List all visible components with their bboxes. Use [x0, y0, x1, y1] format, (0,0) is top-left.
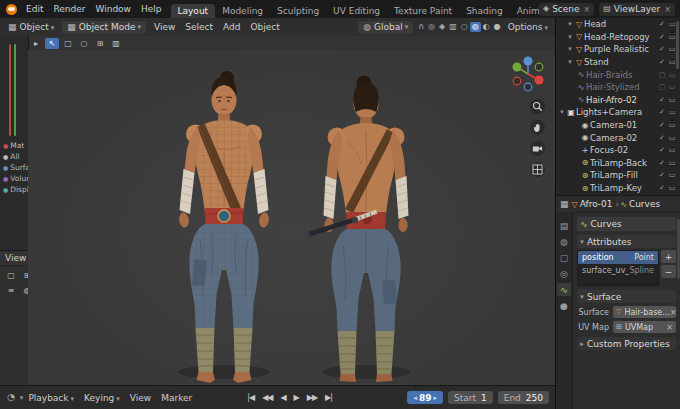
surface-object-field[interactable]: ▽ Hair-base... × — [613, 306, 676, 318]
options-menu[interactable]: Options▾ — [503, 22, 553, 32]
viewlayer-selector[interactable]: ▤ ViewLayer × — [599, 3, 675, 16]
zoom-icon[interactable] — [530, 99, 545, 114]
tool-option-4-icon[interactable]: ▥ — [109, 38, 123, 49]
outliner-item-hair-stylized[interactable]: ∿ Hair-Stylized ▢▭ — [556, 81, 680, 94]
snap-magnet-icon[interactable]: ∩ — [416, 22, 426, 32]
tool-option-2-icon[interactable]: ○ — [77, 38, 91, 49]
menu-add[interactable]: Add — [218, 22, 245, 32]
menu-playback[interactable]: Playback▾ — [23, 393, 79, 403]
mode-selector[interactable]: ▦ Object Mode▾ — [62, 21, 146, 34]
editor-type-menu[interactable]: ▦ Object▾ — [3, 22, 59, 32]
outliner-item-head[interactable]: ▾▽ Head ✓▭ — [556, 18, 680, 31]
menu-window[interactable]: Window — [90, 4, 136, 14]
camera-view-icon[interactable] — [530, 141, 545, 156]
menu-edit[interactable]: Edit — [21, 4, 48, 14]
outliner-item-purple-realistic[interactable]: ▾▽ Purple Realistic ✓▭ — [556, 43, 680, 56]
outliner-item-camera-01[interactable]: ◉ Camera-01 ✓▭ — [556, 119, 680, 132]
remove-attribute-button[interactable]: − — [661, 265, 676, 278]
show-gizmo-icon[interactable]: ◈ — [437, 22, 447, 32]
navigation-gizmo[interactable] — [509, 54, 547, 94]
play-reverse-button[interactable]: ◀ — [276, 393, 289, 402]
tab-render-icon[interactable]: ▤ — [557, 219, 571, 232]
shading-material-icon[interactable]: ◐ — [481, 22, 492, 32]
tool-option-1-icon[interactable]: ▢ — [61, 38, 75, 49]
menu-object[interactable]: Object — [246, 22, 285, 32]
prev-keyframe-button[interactable]: ◀◀ — [258, 393, 276, 402]
tab-scene-icon[interactable]: ◍ — [557, 235, 571, 248]
frame-end-field[interactable]: End250 — [498, 391, 549, 404]
jump-to-start-button[interactable]: |◀ — [243, 393, 258, 402]
proportional-edit-icon[interactable]: ◎ — [426, 22, 437, 32]
shading-solid-icon[interactable]: ◍ — [470, 22, 481, 32]
outliner-item-lights-camera[interactable]: ▾▣ Lights+Camera ✓▭ — [556, 106, 680, 119]
attribute-row-surface-uv[interactable]: surface_uv_coor... Spline — [578, 264, 658, 277]
frame-increment-icon[interactable]: ▸ — [431, 394, 439, 402]
outliner-item-hair-braids[interactable]: ∿ Hair-Braids ▢▭ — [556, 68, 680, 81]
left-panel-item-all[interactable]: ●All — [0, 151, 29, 162]
panel-custom-properties-header[interactable]: ▸ Custom Properties — [577, 337, 676, 350]
toggle-ortho-icon[interactable] — [530, 162, 545, 177]
frame-start-field[interactable]: Start1 — [448, 391, 493, 404]
breadcrumb-object[interactable]: Afro-01 — [580, 199, 613, 209]
workspace-tab-uv-editing[interactable]: UV Editing — [326, 4, 387, 18]
tab-object-icon[interactable]: ▢ — [557, 251, 571, 264]
workspace-tab-modeling[interactable]: Modeling — [215, 4, 270, 18]
workspace-tab-shading[interactable]: Shading — [459, 4, 510, 18]
outliner-item-camera-02[interactable]: ◉ Camera-02 ✓▭ — [556, 131, 680, 144]
outliner-item-focus-02[interactable]: + Focus-02 ✓▭ — [556, 144, 680, 157]
jump-to-end-button[interactable]: ▶| — [321, 393, 336, 402]
panel-attributes-header[interactable]: ▾ Attributes — [577, 235, 676, 248]
data-id-block[interactable]: ∿ Curves — [577, 217, 676, 231]
workspace-tab-texture-paint[interactable]: Texture Paint — [387, 4, 459, 18]
play-button[interactable]: ▶ — [290, 393, 303, 402]
blender-logo-icon[interactable] — [6, 4, 17, 15]
shading-wireframe-icon[interactable]: ○ — [459, 22, 470, 32]
tab-material-icon[interactable]: ● — [557, 299, 571, 312]
transform-orientation-selector[interactable]: ◍ Global▾ — [358, 21, 413, 34]
menu-keying[interactable]: Keying▾ — [79, 393, 125, 403]
frame-decrement-icon[interactable]: ◂ — [411, 394, 419, 402]
menu-view[interactable]: View — [149, 22, 180, 32]
breadcrumb-data[interactable]: Curves — [629, 199, 660, 209]
workspace-tab-sculpting[interactable]: Sculpting — [270, 4, 326, 18]
tab-object-data-icon[interactable]: ∿ — [557, 283, 571, 296]
uvmap-field[interactable]: ⊞ UVMap × — [613, 321, 676, 333]
clear-surface-icon[interactable]: × — [670, 308, 676, 317]
show-overlays-icon[interactable]: ▥ — [447, 22, 459, 32]
tool-option-3-icon[interactable]: ⊞ — [93, 38, 107, 49]
scene-unlink-icon[interactable]: × — [584, 5, 591, 14]
add-attribute-button[interactable]: + — [661, 250, 676, 263]
scene-selector[interactable]: ◈ Scene × — [539, 3, 594, 16]
menu-render[interactable]: Render — [48, 4, 90, 14]
workspace-tab-layout[interactable]: Layout — [171, 4, 216, 18]
mini-tool-5-icon[interactable]: ≡ — [4, 285, 18, 296]
properties-editor-icon[interactable]: ▦ — [560, 200, 569, 209]
shading-rendered-icon[interactable]: ● — [492, 22, 503, 32]
mini-menu-view[interactable]: View — [0, 253, 31, 263]
outliner-item-trilamp-back[interactable]: ⊛ TriLamp-Back ✓▭ — [556, 157, 680, 170]
panel-surface-header[interactable]: ▾ Surface — [577, 290, 676, 303]
outliner-item-hair-afro-02[interactable]: ∿ Hair-Afro-02 ✓▭ — [556, 94, 680, 107]
pan-hand-icon[interactable] — [530, 120, 545, 135]
current-frame-field[interactable]: ◂ 89 ▸ — [407, 391, 443, 404]
active-tool-select-box-icon[interactable]: ↖ — [45, 38, 59, 49]
expand-tool-settings-icon[interactable]: ▸ — [29, 38, 43, 49]
left-panel-item-mat[interactable]: ●Mat — [0, 140, 29, 151]
outliner-item-stand[interactable]: ▾▽ Stand ✓▭ — [556, 56, 680, 69]
outliner-item-trilamp-key[interactable]: ⊛ TriLamp-Key ✓▭ — [556, 182, 680, 195]
viewlayer-unlink-icon[interactable]: × — [664, 5, 671, 14]
clear-uvmap-icon[interactable]: × — [666, 323, 673, 332]
menu-select[interactable]: Select — [180, 22, 218, 32]
next-keyframe-button[interactable]: ▶▶ — [303, 393, 321, 402]
menu-timeline-view[interactable]: View — [125, 393, 156, 403]
timeline-editor-type-icon[interactable]: ◔ — [4, 393, 18, 402]
left-panel-item-surface[interactable]: ●Surface — [0, 162, 29, 173]
left-panel-item-volume[interactable]: ●Volume — [0, 173, 29, 184]
workspace-tab-animation[interactable]: Animation — [510, 4, 539, 18]
outliner-scrollbar[interactable] — [676, 21, 679, 69]
attribute-row-position[interactable]: position Point — [578, 251, 658, 264]
tab-modifiers-icon[interactable]: ◎ — [557, 267, 571, 280]
menu-help[interactable]: Help — [136, 4, 167, 14]
outliner-item-head-retopogy[interactable]: ▾▽ Head-Retopogy ✓▭ — [556, 31, 680, 44]
viewport-canvas[interactable] — [28, 50, 555, 385]
